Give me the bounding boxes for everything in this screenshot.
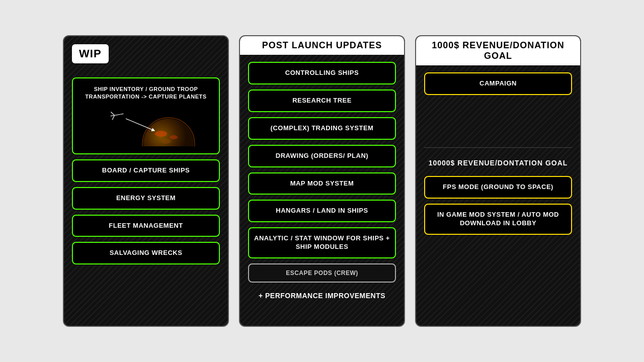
btn-controlling-ships[interactable]: CONTROLLING SHIPS — [248, 62, 396, 84]
btn-salvaging-wrecks[interactable]: SALVAGING WRECKS — [72, 242, 220, 264]
btn-fps-mode[interactable]: FPS MODE (GROUND TO SPACE) — [424, 176, 572, 199]
svg-point-3 — [155, 131, 167, 137]
wip-image-box: SHIP INVENTORY / GROUND TROOP TRANSPORTA… — [72, 77, 220, 154]
btn-drawing-orders[interactable]: DRAWING (ORDERS/ PLAN) — [248, 145, 396, 167]
btn-analytic-stat[interactable]: ANALYTIC / STAT WINDOW FOR SHIPS + SHIP … — [248, 227, 396, 258]
btn-research-tree[interactable]: RESEARCH TREE — [248, 89, 396, 112]
svg-point-5 — [161, 139, 171, 144]
wip-image-text: SHIP INVENTORY / GROUND TROOP TRANSPORTA… — [78, 85, 214, 101]
btn-energy-system[interactable]: ENERGY SYSTEM — [72, 187, 220, 210]
btn-board-capture-ships[interactable]: BOARD / CAPTURE SHIPS — [72, 159, 220, 182]
post-launch-header: POST LAUNCH UPDATES — [240, 36, 404, 55]
goal2-header: 10000$ REVENUE/DONTATION GOAL — [424, 155, 572, 171]
goal1-header: 1000$ REVENUE/DONATION GOAL — [416, 36, 580, 65]
btn-map-mod-system[interactable]: MAP MOD SYSTEM — [248, 172, 396, 195]
svg-line-7 — [111, 111, 114, 116]
btn-ingame-mod-system[interactable]: IN GAME MOD SYSTEM / AUTO MOD DOWNLOAD I… — [424, 204, 572, 235]
btn-escape-pods[interactable]: ESCAPE PODS (CREW) — [248, 263, 396, 283]
post-launch-card: POST LAUNCH UPDATES CONTROLLING SHIPS RE… — [239, 35, 405, 327]
btn-trading-system[interactable]: (COMPLEX) TRADING SYSTEM — [248, 117, 396, 140]
svg-line-9 — [120, 114, 123, 114]
wip-header: WIP — [72, 44, 109, 63]
revenue-separator — [424, 147, 572, 148]
revenue-card: 1000$ REVENUE/DONATION GOAL CAMPAIGN 100… — [415, 35, 581, 327]
btn-fleet-management[interactable]: FLEET MANAGEMENT — [72, 215, 220, 237]
btn-campaign[interactable]: CAMPAIGN — [424, 72, 572, 95]
page-container: WIP SHIP INVENTORY / GROUND TROOP TRANSP… — [48, 20, 596, 342]
performance-note: + PERFORMANCE IMPROVEMENTS — [248, 288, 396, 300]
svg-line-6 — [111, 114, 121, 116]
btn-hangars[interactable]: HANGARS / LAND IN SHIPS — [248, 200, 396, 222]
wip-card: WIP SHIP INVENTORY / GROUND TROOP TRANSP… — [63, 35, 229, 327]
svg-point-4 — [170, 135, 178, 139]
wip-planet-visual — [78, 106, 214, 146]
svg-line-10 — [126, 119, 153, 130]
